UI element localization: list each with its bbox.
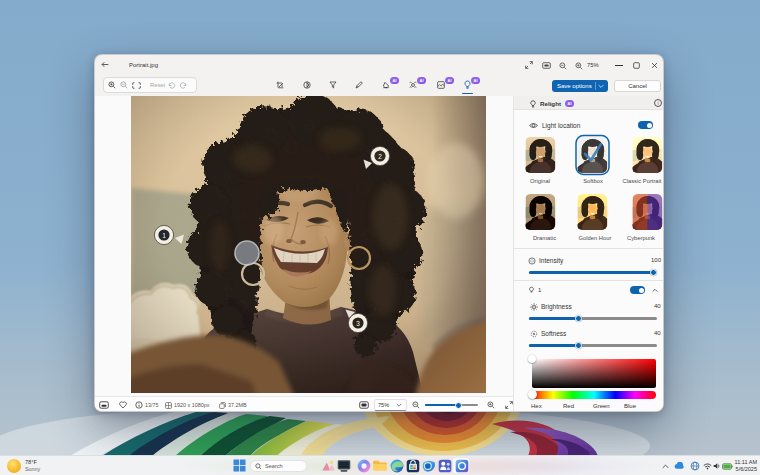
svg-text:3: 3: [356, 320, 360, 327]
svg-text:2: 2: [378, 153, 382, 160]
svg-text:1: 1: [162, 232, 166, 239]
